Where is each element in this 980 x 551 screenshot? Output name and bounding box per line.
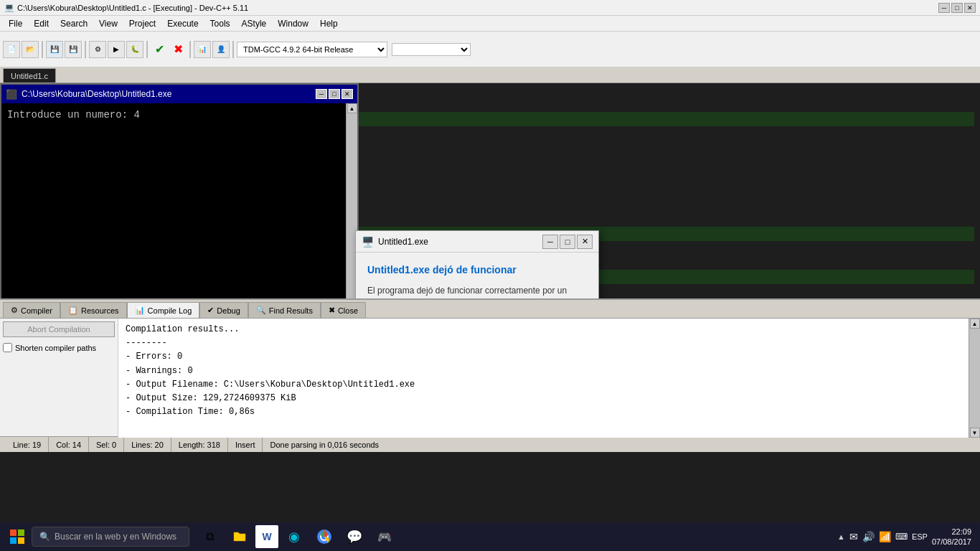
compiler-tab-icon: ⚙ xyxy=(11,306,18,315)
bar-chart-button[interactable]: 📊 xyxy=(194,41,211,58)
bottom-scroll-up[interactable]: ▲ xyxy=(970,319,980,329)
bottom-tab-find-results[interactable]: 🔍 Find Results xyxy=(248,302,321,318)
profile-button[interactable]: 👤 xyxy=(212,41,230,58)
svg-rect-3 xyxy=(18,537,24,544)
compile-button[interactable]: ⚙ xyxy=(89,41,106,58)
close-tab-icon: ✖ xyxy=(329,306,335,315)
save-button[interactable]: 💾 xyxy=(46,41,63,58)
menu-astyle[interactable]: AStyle xyxy=(236,17,273,30)
status-col: Col: 14 xyxy=(49,437,89,452)
error-header-text: Untitled1.exe dejó de funcionar xyxy=(367,264,587,276)
shorten-compiler-paths-row: Shorten compiler paths xyxy=(3,343,115,352)
error-body-text: El programa dejó de funcionar correctame… xyxy=(367,284,587,298)
resources-tab-icon: 📋 xyxy=(68,306,78,315)
debug-tab-icon: ✔ xyxy=(207,306,214,315)
bottom-left-panel: Abort Compilation Shorten compiler paths xyxy=(0,319,118,438)
menu-view[interactable]: View xyxy=(93,17,123,30)
status-sel: Sel: 0 xyxy=(89,437,124,452)
close-tab-label: Close xyxy=(338,306,358,315)
tray-volume-icon[interactable]: 🔊 xyxy=(862,531,875,542)
console-body: Introduce un numero: 4 xyxy=(1,103,357,126)
tab-untitled1[interactable]: Untitled1.c xyxy=(3,68,56,83)
status-insert: Insert xyxy=(228,437,263,452)
stop-button[interactable]: ✖ xyxy=(169,41,187,58)
taskbar-clock[interactable]: 22:09 07/08/2017 xyxy=(932,527,971,547)
svg-rect-2 xyxy=(10,537,17,544)
menu-edit[interactable]: Edit xyxy=(28,17,55,30)
run-button[interactable]: ▶ xyxy=(108,41,125,58)
debug-button[interactable]: 🐛 xyxy=(126,41,143,58)
bottom-tab-compiler[interactable]: ⚙ Compiler xyxy=(3,302,60,318)
taskbar-game[interactable]: 🎮 xyxy=(370,522,399,551)
minimize-button[interactable]: ─ xyxy=(938,3,950,13)
bottom-tab-compile-log[interactable]: 📊 Compile Log xyxy=(127,302,200,318)
menu-file[interactable]: File xyxy=(3,17,28,30)
bottom-tab-resources[interactable]: 📋 Resources xyxy=(60,302,127,318)
taskbar-word[interactable]: W xyxy=(255,525,278,548)
console-close-button[interactable]: ✕ xyxy=(341,89,353,99)
status-message: Done parsing in 0,016 seconds xyxy=(263,437,974,452)
bottom-tabs: ⚙ Compiler 📋 Resources 📊 Compile Log ✔ D… xyxy=(0,300,980,319)
save-all-button[interactable]: 💾 xyxy=(65,41,82,58)
taskbar-app-blue[interactable]: ◉ xyxy=(280,522,308,551)
bottom-scrollbar[interactable]: ▲ ▼ xyxy=(969,319,980,438)
close-button[interactable]: ✕ xyxy=(964,3,976,13)
taskbar: 🔍 Buscar en la web y en Windows ⧉ W ◉ 💬 … xyxy=(0,522,980,551)
taskbar-chrome[interactable] xyxy=(310,522,339,551)
bottom-tab-close[interactable]: ✖ Close xyxy=(321,302,366,318)
console-window: ⬛ C:\Users\Kobura\Desktop\Untitled1.exe … xyxy=(0,83,359,298)
tray-network-icon[interactable]: 📶 xyxy=(879,531,891,542)
task-view-button[interactable]: ⧉ xyxy=(195,522,224,551)
language-indicator[interactable]: ESP xyxy=(912,532,928,541)
console-maximize-button[interactable]: □ xyxy=(329,89,340,99)
taskbar-tray: ▲ ✉ 🔊 📶 ⌨ ESP 22:09 07/08/2017 xyxy=(837,527,977,547)
error-dialog-body: Untitled1.exe dejó de funcionar El progr… xyxy=(356,253,598,298)
search-icon: 🔍 xyxy=(39,532,50,542)
taskbar-explorer[interactable] xyxy=(225,522,254,551)
console-minimize-button[interactable]: ─ xyxy=(316,89,327,99)
tray-expand-icon[interactable]: ▲ xyxy=(837,532,845,541)
menu-help[interactable]: Help xyxy=(314,17,344,30)
menu-window[interactable]: Window xyxy=(272,17,314,30)
error-dialog-minimize[interactable]: ─ xyxy=(542,235,558,249)
new-file-button[interactable]: 📄 xyxy=(3,41,20,58)
debug-tab-label: Debug xyxy=(217,306,240,315)
menu-tools[interactable]: Tools xyxy=(204,17,236,30)
tray-mail-icon[interactable]: ✉ xyxy=(849,531,858,542)
output-line-4: - Warnings: 0 xyxy=(126,364,961,378)
start-button[interactable] xyxy=(3,522,32,551)
bottom-panel: ⚙ Compiler 📋 Resources 📊 Compile Log ✔ D… xyxy=(0,298,980,436)
bottom-tab-debug[interactable]: ✔ Debug xyxy=(199,302,248,318)
toolbar-separator-1 xyxy=(42,41,43,58)
scroll-up-arrow[interactable]: ▲ xyxy=(347,103,357,113)
open-file-button[interactable]: 📂 xyxy=(22,41,39,58)
svg-rect-0 xyxy=(10,529,17,536)
app-icon: 💻 xyxy=(4,3,14,12)
compiler-dropdown[interactable]: TDM-GCC 4.9.2 64-bit Release xyxy=(237,42,387,57)
error-dialog-maximize[interactable]: □ xyxy=(560,235,575,249)
menu-search[interactable]: Search xyxy=(55,17,93,30)
status-line: Line: 19 xyxy=(6,437,49,452)
taskbar-chat[interactable]: 💬 xyxy=(340,522,369,551)
config-dropdown[interactable] xyxy=(392,43,471,56)
svg-rect-1 xyxy=(18,529,24,536)
maximize-button[interactable]: □ xyxy=(951,3,963,13)
error-dialog-title: Untitled1.exe xyxy=(378,237,542,247)
shorten-compiler-paths-checkbox[interactable] xyxy=(3,343,12,352)
status-lines: Lines: 20 xyxy=(124,437,171,452)
menu-execute[interactable]: Execute xyxy=(161,17,204,30)
error-dialog-close[interactable]: ✕ xyxy=(577,235,593,249)
title-bar: 💻 C:\Users\Kobura\Desktop\Untitled1.c - … xyxy=(0,0,980,16)
main-area: 1 2 3 4 5 6 7 8 9 10 11 12 13 14 15 16 1… xyxy=(0,83,980,298)
menu-project[interactable]: Project xyxy=(123,17,161,30)
bottom-output: Compilation results... -------- - Errors… xyxy=(118,319,969,438)
find-results-tab-label: Find Results xyxy=(269,306,313,315)
tray-keyboard-icon[interactable]: ⌨ xyxy=(895,532,908,542)
check-button[interactable]: ✔ xyxy=(151,41,168,58)
output-line-5: - Output Filename: C:\Users\Kobura\Deskt… xyxy=(126,378,961,392)
search-bar[interactable]: 🔍 Buscar en la web y en Windows xyxy=(32,527,189,547)
toolbar: 📄 📂 💾 💾 ⚙ ▶ 🐛 ✔ ✖ 📊 👤 TDM-GCC 4.9.2 64-b… xyxy=(0,32,980,67)
abort-compilation-button[interactable]: Abort Compilation xyxy=(3,321,115,337)
bottom-scroll-down[interactable]: ▼ xyxy=(970,428,980,438)
tab-bar: Untitled1.c xyxy=(0,67,980,83)
